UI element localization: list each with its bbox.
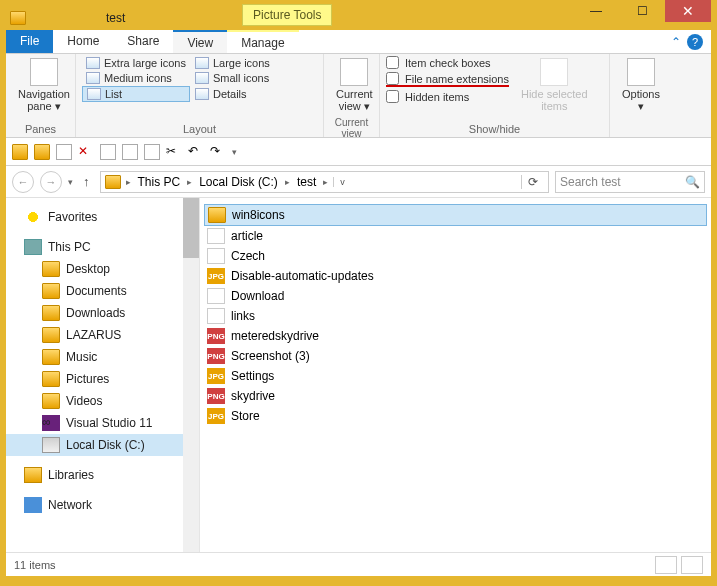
qat-delete-icon[interactable]: ✕ <box>78 144 94 160</box>
layout-details[interactable]: Details <box>191 86 274 102</box>
tree-scrollbar[interactable] <box>183 198 199 552</box>
tree-music[interactable]: Music <box>6 346 199 368</box>
file-item[interactable]: JPGSettings <box>204 366 707 386</box>
file-item[interactable]: PNGScreenshot (3) <box>204 346 707 366</box>
help-icon[interactable]: ? <box>687 34 703 50</box>
file-name: article <box>231 229 263 243</box>
navigation-pane-label: Navigation pane ▾ <box>18 88 70 113</box>
folder-icon <box>42 261 60 277</box>
qat-paste-icon[interactable] <box>144 144 160 160</box>
tree-pictures[interactable]: Pictures <box>6 368 199 390</box>
view-thumbnails-button[interactable] <box>681 556 703 574</box>
qat-redo-icon[interactable]: ↷ <box>210 144 226 160</box>
layout-list[interactable]: List <box>82 86 190 102</box>
file-item[interactable]: PNGskydrive <box>204 386 707 406</box>
folder-icon <box>42 393 60 409</box>
tree-network[interactable]: Network <box>6 494 199 516</box>
file-item[interactable]: JPGDisable-automatic-updates <box>204 266 707 286</box>
file-item[interactable]: links <box>204 306 707 326</box>
check-hidden-items[interactable]: Hidden items <box>386 90 509 103</box>
qat-undo-icon[interactable]: ↶ <box>188 144 204 160</box>
file-menu[interactable]: File <box>6 30 53 53</box>
folder-icon <box>42 327 60 343</box>
check-item-check-boxes[interactable]: Item check boxes <box>386 56 509 69</box>
chevron-right-icon[interactable]: ▸ <box>320 177 331 187</box>
file-item[interactable]: win8icons <box>204 204 707 226</box>
file-item[interactable]: JPGStore <box>204 406 707 426</box>
current-view-icon <box>340 58 368 86</box>
refresh-button[interactable]: ⟳ <box>521 175 544 189</box>
qat-cut-icon[interactable]: ✂ <box>166 144 182 160</box>
layout-extra-large-icons[interactable]: Extra large icons <box>82 56 190 70</box>
tree-documents[interactable]: Documents <box>6 280 199 302</box>
collapse-ribbon-icon[interactable]: ⌃ <box>671 35 681 49</box>
tree-favorites[interactable]: Favorites <box>6 206 199 228</box>
chevron-right-icon[interactable]: ▸ <box>282 177 293 187</box>
status-item-count: 11 items <box>14 559 56 571</box>
jpg-icon: JPG <box>207 368 225 384</box>
layout-large-icons[interactable]: Large icons <box>191 56 274 70</box>
star-icon <box>24 209 42 225</box>
tab-home[interactable]: Home <box>53 30 113 53</box>
file-name: win8icons <box>232 208 285 222</box>
current-view-group-label: Current view <box>330 115 373 141</box>
address-dropdown-icon[interactable]: v <box>333 177 351 187</box>
crumb-local-disk[interactable]: Local Disk (C:) <box>197 175 280 189</box>
tree-videos[interactable]: Videos <box>6 390 199 412</box>
forward-button: → <box>40 171 62 193</box>
tree-this-pc[interactable]: This PC <box>6 236 199 258</box>
file-item[interactable]: Czech <box>204 246 707 266</box>
file-item[interactable]: article <box>204 226 707 246</box>
file-item[interactable]: PNGmeteredskydrive <box>204 326 707 346</box>
folder-icon <box>208 207 226 223</box>
tab-manage[interactable]: Manage <box>227 30 298 53</box>
chevron-right-icon[interactable]: ▸ <box>184 177 195 187</box>
navigation-tree[interactable]: Favorites This PC Desktop Documents Down… <box>6 198 200 552</box>
file-name: Czech <box>231 249 265 263</box>
file-name: Store <box>231 409 260 423</box>
tab-view[interactable]: View <box>173 30 227 53</box>
tree-visual-studio[interactable]: ∞Visual Studio 11 <box>6 412 199 434</box>
network-icon <box>24 497 42 513</box>
layout-medium-icons[interactable]: Medium icons <box>82 71 190 85</box>
folder-icon <box>42 283 60 299</box>
qat-copy-icon[interactable] <box>122 144 138 160</box>
document-icon <box>207 308 225 324</box>
minimize-button[interactable]: — <box>573 0 619 22</box>
file-item[interactable]: Download <box>204 286 707 306</box>
close-button[interactable]: ✕ <box>665 0 711 22</box>
folder-icon <box>42 349 60 365</box>
options-label: Options ▾ <box>622 88 660 113</box>
tree-downloads[interactable]: Downloads <box>6 302 199 324</box>
showhide-group-label: Show/hide <box>386 121 603 137</box>
tree-libraries[interactable]: Libraries <box>6 464 199 486</box>
qat-new-folder-icon[interactable] <box>12 144 28 160</box>
tree-local-disk-c[interactable]: Local Disk (C:) <box>6 434 199 456</box>
address-bar[interactable]: ▸ This PC ▸ Local Disk (C:) ▸ test ▸ v ⟳ <box>100 171 550 193</box>
options-button[interactable]: Options ▾ <box>616 56 666 115</box>
qat-rename-icon[interactable] <box>100 144 116 160</box>
layout-small-icons[interactable]: Small icons <box>191 71 274 85</box>
qat-overflow-icon[interactable]: ▾ <box>232 147 237 157</box>
current-view-button[interactable]: Current view ▾ <box>330 56 379 115</box>
drive-icon <box>42 437 60 453</box>
search-input[interactable]: Search test 🔍 <box>555 171 705 193</box>
back-button[interactable]: ← <box>12 171 34 193</box>
maximize-button[interactable]: ☐ <box>619 0 665 22</box>
crumb-test[interactable]: test <box>295 175 318 189</box>
file-list[interactable]: win8iconsarticleCzechJPGDisable-automati… <box>200 198 711 552</box>
check-file-name-extensions[interactable]: File name extensions <box>386 72 509 87</box>
tree-desktop[interactable]: Desktop <box>6 258 199 280</box>
qat-properties-icon[interactable] <box>56 144 72 160</box>
tab-share[interactable]: Share <box>113 30 173 53</box>
qat-open-icon[interactable] <box>34 144 50 160</box>
jpg-icon: JPG <box>207 408 225 424</box>
history-dropdown-icon[interactable]: ▾ <box>68 177 73 187</box>
crumb-this-pc[interactable]: This PC <box>136 175 183 189</box>
navigation-pane-button[interactable]: Navigation pane ▾ <box>12 56 76 115</box>
context-tab-picture-tools[interactable]: Picture Tools <box>242 4 332 26</box>
tree-lazarus[interactable]: LAZARUS <box>6 324 199 346</box>
up-button[interactable]: ↑ <box>79 174 94 189</box>
view-details-button[interactable] <box>655 556 677 574</box>
chevron-right-icon[interactable]: ▸ <box>123 177 134 187</box>
